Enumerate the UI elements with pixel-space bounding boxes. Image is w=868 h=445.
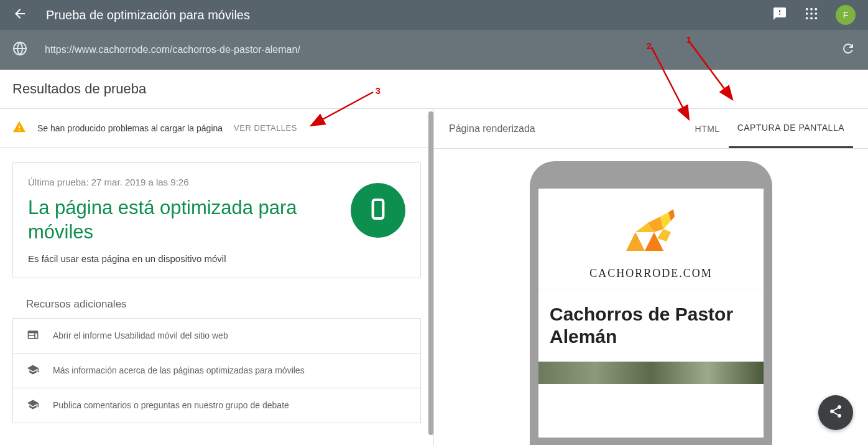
svg-point-0 bbox=[806, 8, 808, 11]
tab-html[interactable]: HTML bbox=[686, 110, 729, 148]
device-screen: CACHORRODE.COM Cachorros de Pastor Alemá… bbox=[538, 189, 764, 438]
annotation-3: 3 bbox=[376, 86, 381, 96]
annotation-1: 1 bbox=[686, 35, 691, 45]
url-bar bbox=[0, 30, 868, 70]
resources-title: Recursos adicionales bbox=[0, 286, 433, 318]
mobile-ok-badge bbox=[351, 183, 405, 238]
svg-point-8 bbox=[815, 17, 818, 20]
tab-screenshot[interactable]: CAPTURA DE PANTALLA bbox=[729, 109, 853, 148]
warning-text: Se han producido problemas al cargar la … bbox=[37, 123, 223, 133]
resource-item-report[interactable]: Abrir el informe Usabilidad móvil del si… bbox=[13, 319, 420, 354]
page-title: Prueba de optimización para móviles bbox=[46, 8, 772, 22]
view-details-button[interactable]: VER DETALLES bbox=[234, 123, 297, 133]
annotation-2: 2 bbox=[647, 41, 652, 51]
share-icon bbox=[828, 404, 843, 421]
device-frame: CACHORRODE.COM Cachorros de Pastor Alemá… bbox=[530, 161, 772, 445]
apps-icon[interactable] bbox=[805, 7, 818, 23]
result-subtext: Es fácil usar esta página en un disposit… bbox=[28, 253, 338, 264]
preview-logo-area: CACHORRODE.COM bbox=[538, 189, 764, 289]
avatar[interactable]: F bbox=[836, 5, 856, 25]
svg-point-4 bbox=[810, 12, 813, 15]
result-headline: La página está optimizada para móviles bbox=[28, 196, 338, 245]
svg-point-1 bbox=[810, 8, 813, 11]
share-button[interactable] bbox=[818, 395, 853, 430]
resource-label: Más información acerca de las páginas op… bbox=[53, 365, 305, 375]
svg-point-5 bbox=[815, 12, 818, 15]
scrollbar[interactable] bbox=[428, 111, 433, 435]
url-input[interactable] bbox=[45, 44, 841, 55]
resource-list: Abrir el informe Usabilidad móvil del si… bbox=[12, 318, 421, 423]
smartphone-icon bbox=[366, 197, 390, 224]
web-icon bbox=[27, 329, 39, 343]
result-card: Última prueba: 27 mar. 2019 a las 9:26 L… bbox=[12, 162, 421, 278]
globe-icon bbox=[12, 41, 27, 59]
refresh-icon[interactable] bbox=[841, 41, 856, 59]
warning-bar: Se han producido problemas al cargar la … bbox=[0, 109, 433, 148]
svg-marker-18 bbox=[657, 229, 671, 241]
rendered-page-label: Página renderizada bbox=[449, 123, 686, 134]
right-pane: Página renderizada HTML CAPTURA DE PANTA… bbox=[434, 109, 868, 445]
svg-point-7 bbox=[810, 17, 813, 20]
school-icon bbox=[27, 398, 39, 413]
resource-label: Publica comentarios o preguntas en nuest… bbox=[53, 400, 289, 410]
header-actions: F bbox=[772, 5, 856, 25]
back-icon[interactable] bbox=[12, 6, 27, 24]
app-header: Prueba de optimización para móviles F bbox=[0, 0, 868, 30]
resource-item-learn[interactable]: Más información acerca de las páginas op… bbox=[13, 354, 420, 388]
svg-rect-10 bbox=[373, 200, 384, 218]
feedback-icon[interactable] bbox=[772, 6, 787, 24]
school-icon bbox=[27, 363, 39, 378]
resource-item-discuss[interactable]: Publica comentarios o preguntas en nuest… bbox=[13, 388, 420, 423]
svg-point-3 bbox=[806, 12, 808, 15]
dog-logo-icon bbox=[614, 207, 688, 260]
preview-logo-caption: CACHORRODE.COM bbox=[545, 267, 757, 280]
svg-point-2 bbox=[815, 8, 818, 11]
svg-marker-12 bbox=[626, 232, 645, 251]
section-title: Resultados de prueba bbox=[0, 70, 868, 109]
last-test-label: Última prueba: 27 mar. 2019 a las 9:26 bbox=[28, 177, 338, 187]
right-header: Página renderizada HTML CAPTURA DE PANTA… bbox=[434, 109, 868, 149]
preview-article-image bbox=[538, 362, 764, 384]
resource-label: Abrir el informe Usabilidad móvil del si… bbox=[53, 330, 228, 340]
left-pane: Se han producido problemas al cargar la … bbox=[0, 109, 434, 445]
warning-icon bbox=[12, 120, 26, 136]
preview-article-title: Cachorros de Pastor Alemán bbox=[538, 289, 764, 362]
device-preview-area: CACHORRODE.COM Cachorros de Pastor Alemá… bbox=[434, 149, 868, 445]
svg-point-6 bbox=[806, 17, 808, 20]
